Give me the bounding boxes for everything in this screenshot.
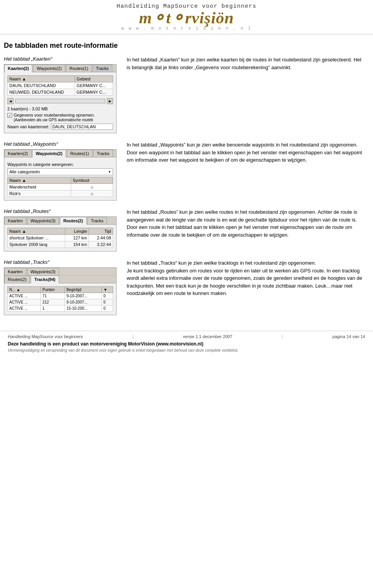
section-kaarten-label: Het tabblad „Kaarten“ [4,56,120,62]
tab-tracks-rt[interactable]: Tracks [87,217,107,224]
kaarten-scrollbar: ◀ ▶ [7,98,113,104]
table-row: Rick's ⌂ [8,190,113,197]
table-row: ACTIVE ... 212 9-10-2007... 0 [8,299,113,305]
section-routes-left: Het tabblad „Routes“ Kaarten Waypoints(3… [4,208,120,251]
dialog-kaarten-body: Naam ▲ Gebied DAUN, DEUTSCHLAND GERMANY … [4,72,116,133]
tab-waypoints2[interactable]: Waypoints(2) [33,65,65,72]
tr-col-begintijd: Begintijd [64,287,101,293]
tab-tracks-wp[interactable]: Tracks [93,150,113,157]
section-routes-label: Het tabblad „Routes“ [4,208,120,214]
footer-product-bold: Deze handleiding is een product van moto… [8,341,203,347]
footer-url: www.motorvision.nl [158,341,202,347]
scroll-track[interactable] [15,99,105,103]
tab-routes2-rt[interactable]: Routes(2) [60,217,87,225]
wp-col-naam: Naam ▲ [8,177,71,184]
tracks-desc-text: In het tabblad „Tracks“ kun je zien welk… [127,259,365,297]
waypoints-table: Naam ▲ Symbool Manderscheid ⌂ Rick's [7,177,113,197]
table-row: ACTIVE ... 71 9-10-2007... 0 [8,293,113,299]
footer: Handleiding MapSource voor beginners :: … [0,331,373,356]
tr-col-punten: Punten [41,287,65,293]
kaartenset-label: Naam van kaartenset: [7,124,49,129]
dialog-tracks-body: N... ▲ Punten Begintijd ▼ ACTIVE ... 71 … [4,283,116,315]
waypoints-desc-text: In het tabblad „Waypoints” kun je zien w… [127,141,365,164]
tr-col-extra: ▼ [102,287,113,293]
wp-col-symbool: Symbool [71,177,113,184]
table-row: Sjokotoer 2008 lang 154 km 3:22:44 [8,241,113,248]
table-row: DAUN, DEUTSCHLAND GERMANY C... [8,82,113,89]
dialog-routes-body: Naam ▲ Lengte Tijd shortcut Sjokotoer ..… [4,225,116,251]
tab-kaarten-tr[interactable]: Kaarten [4,268,26,275]
footer-left: Handleiding MapSource voor beginners [8,334,83,339]
category-value: Alle categorieën [9,169,40,174]
footer-top: Handleiding MapSource voor beginners :: … [8,334,365,339]
section-kaarten-left: Het tabblad „Kaarten“ Kaarten(2) Waypoin… [4,56,120,133]
section-waypoints: Het tabblad „Waypoints“ Kaarten(2) Waypo… [4,141,365,201]
section-routes: Het tabblad „Routes“ Kaarten Waypoints(3… [4,208,365,251]
dialog-routes: Kaarten Waypoints(3) Routes(2) Tracks Na… [4,216,117,251]
tab-kaarten-rt[interactable]: Kaarten [4,217,26,224]
tab-routes1-wp[interactable]: Routes(1) [67,150,92,157]
checkbox-label: Gegevens voor routeberekening opnemen. (… [14,113,95,122]
kaarten-info: 2 kaart(en) - 3.02 MB [7,106,113,111]
header-divider [0,34,373,35]
footer-center: versie 1.1 december 2007 [183,334,232,339]
tab-kaarten2-wp[interactable]: Kaarten(2) [4,150,31,157]
dialog-waypoints-tabs: Kaarten(2) Waypoints(2) Routes(1) Tracks [4,150,116,157]
dialog-kaarten-tabs: Kaarten(2) Waypoints(2) Routes(1) Tracks [4,65,116,72]
section-tracks: Het tabblad „Tracks“ Kaarten Waypoints(3… [4,259,365,315]
section-waypoints-label: Het tabblad „Waypoints“ [4,141,120,147]
footer-product-line: Deze handleiding is een product van moto… [8,341,365,347]
kaartenset-field-row: Naam van kaartenset: DAUN, DEUTSCHLAN [7,124,113,130]
routes-table: Naam ▲ Lengte Tijd shortcut Sjokotoer ..… [7,228,113,248]
select-arrow-icon: ▼ [108,170,111,174]
tr-col-n: N... ▲ [8,287,41,293]
section-waypoints-description: In het tabblad „Waypoints” kun je zien w… [127,141,365,164]
category-label: Waypoints in categorie weergeven: [7,162,113,167]
kaarten-desc-text: In het tabblad „Kaarten” kun je zien wel… [127,56,365,71]
section-tracks-left: Het tabblad „Tracks“ Kaarten Waypoints(3… [4,259,120,315]
tab-waypoints3-rt[interactable]: Waypoints(3) [27,217,59,224]
section-waypoints-left: Het tabblad „Waypoints“ Kaarten(2) Waypo… [4,141,120,201]
footer-sep1: :: [132,334,134,339]
table-row: Manderscheid ⌂ [8,184,113,190]
checkbox-routeberekening: ✓ Gegevens voor routeberekening opnemen.… [7,113,113,122]
kaarten-col-naam: Naam ▲ [8,76,75,82]
scroll-right-btn[interactable]: ▶ [107,98,113,104]
tab-waypoints3-tr[interactable]: Waypoints(3) [27,268,59,275]
tab-routes1[interactable]: Routes(1) [66,65,92,72]
routes-desc-text: In het tabblad „Routes” kun je zien welk… [127,208,365,239]
section-tracks-label: Het tabblad „Tracks“ [4,259,120,265]
checkbox-icon[interactable]: ✓ [7,113,12,118]
tab-routes2-tr[interactable]: Routes(2) [4,276,30,283]
section-tracks-description: In het tabblad „Tracks“ kun je zien welk… [127,259,365,297]
rt-col-lengte: Lengte [65,228,89,235]
scroll-left-btn[interactable]: ◀ [7,98,14,104]
kaarten-col-gebied: Gebied [75,76,113,82]
tracks-table: N... ▲ Punten Begintijd ▼ ACTIVE ... 71 … [7,286,113,312]
tab-waypoints2-wp[interactable]: Waypoints(2) [32,150,66,157]
section-kaarten: Het tabblad „Kaarten“ Kaarten(2) Waypoin… [4,56,365,133]
rt-col-naam: Naam ▲ [8,228,65,235]
section-kaarten-description: In het tabblad „Kaarten” kun je zien wel… [127,56,365,71]
footer-sep2: :: [281,334,284,339]
footer-right: pagina 14 van 14 [333,334,365,339]
header: Handleiding MapSource voor beginners m⚬t… [0,0,373,35]
tab-tracks94-tr[interactable]: Tracks(94) [31,276,59,283]
main-content: De tabbladen met route-informatie Het ta… [0,36,373,327]
footer-disclaimer: Vermenigvuldiging en verspreiding van di… [8,348,365,352]
dialog-routes-tabs: Kaarten Waypoints(3) Routes(2) Tracks [4,217,116,225]
header-logo: m⚬t⚬rvişiön [0,10,373,26]
kaartenset-input[interactable]: DAUN, DEUTSCHLAN [51,124,113,130]
page-title: De tabbladen met route-informatie [4,42,365,50]
dialog-tracks: Kaarten Waypoints(3) Routes(2) Tracks(94… [4,267,117,315]
category-select[interactable]: Alle categorieën ▼ [7,168,113,175]
kaarten-table: Naam ▲ Gebied DAUN, DEUTSCHLAND GERMANY … [7,75,113,96]
dialog-waypoints-body: Waypoints in categorie weergeven: Alle c… [4,157,116,200]
tab-tracks[interactable]: Tracks [92,65,112,72]
section-routes-description: In het tabblad „Routes” kun je zien welk… [127,208,365,239]
dialog-waypoints: Kaarten(2) Waypoints(2) Routes(1) Tracks… [4,149,117,201]
tab-kaarten2[interactable]: Kaarten(2) [4,65,32,72]
header-url: w w w . m o t o r v i s i o n . n l [0,26,373,31]
table-row: NEUWIED, DEUTSCHLAND GERMANY C... [8,89,113,96]
table-row: ACTIVE ... 1 15-10-200... 0 [8,305,113,312]
